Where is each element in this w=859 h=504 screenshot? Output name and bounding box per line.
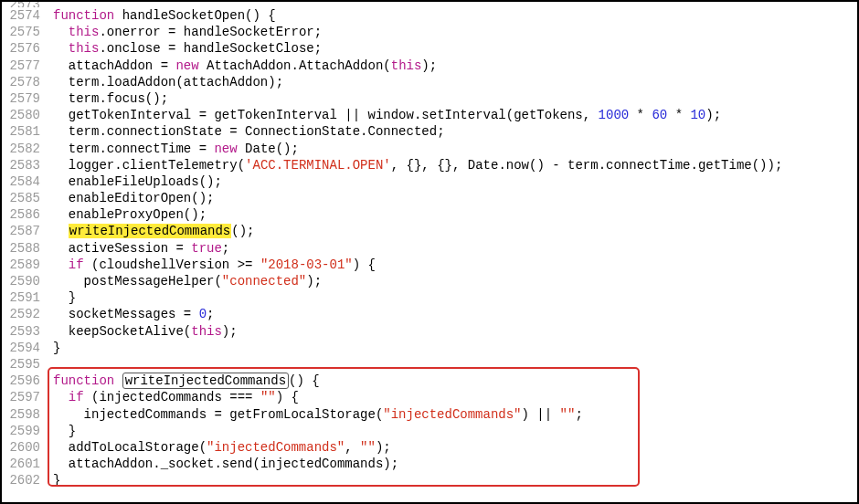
highlighted-call: writeInjectedCommands — [69, 224, 231, 238]
code-line: } — [53, 423, 857, 439]
code-editor: 2573257425752576257725782579258025812582… — [0, 0, 859, 504]
code-line: term.connectTime = new Date(); — [53, 141, 857, 157]
code-line: enableFileUploads(); — [53, 173, 857, 190]
code-line: } — [53, 472, 857, 488]
code-line: addToLocalStorage("injectedCommands", ""… — [53, 439, 857, 456]
line-number: 2600 — [2, 439, 40, 456]
code-line: injectedCommands = getFromLocalStorage("… — [53, 406, 857, 423]
line-number: 2598 — [2, 406, 40, 423]
code-line: logger.clientTelemetry('ACC.TERMINAL.OPE… — [53, 157, 857, 173]
line-number: 2594 — [2, 340, 40, 356]
code-line: function handleSocketOpen() { — [53, 7, 857, 24]
line-number: 2575 — [2, 24, 40, 40]
line-number: 2602 — [2, 472, 40, 488]
code-line: } — [53, 340, 857, 356]
line-number: 2579 — [2, 90, 40, 107]
code-line: enableEditorOpen(); — [53, 190, 857, 206]
line-number: 2584 — [2, 173, 40, 190]
code-line: getTokenInterval = getTokenInterval || w… — [53, 107, 857, 123]
code-line: activeSession = true; — [53, 240, 857, 257]
line-number: 2590 — [2, 273, 40, 289]
code-line: attachAddon = new AttachAddon.AttachAddo… — [53, 58, 857, 74]
code-line: postMessageHelper("connected"); — [53, 273, 857, 289]
code-line: writeInjectedCommands(); — [53, 223, 857, 239]
code-line: this.onclose = handleSocketClose; — [53, 40, 857, 57]
line-number: 2592 — [2, 306, 40, 322]
line-number: 2589 — [2, 257, 40, 273]
code-line: enableProxyOpen(); — [53, 206, 857, 223]
code-body[interactable]: function handleSocketOpen() { this.onerr… — [46, 2, 857, 502]
code-line: attachAddon._socket.send(injectedCommand… — [53, 456, 857, 472]
line-number: 2585 — [2, 190, 40, 206]
line-number: 2580 — [2, 107, 40, 123]
code-line: if (cloudshellVersion >= "2018-03-01") { — [53, 257, 857, 273]
code-line: } — [53, 289, 857, 306]
code-line — [53, 356, 857, 373]
line-number: 2599 — [2, 423, 40, 439]
line-number: 2574 — [2, 7, 40, 24]
line-number: 2582 — [2, 141, 40, 157]
line-number: 2581 — [2, 123, 40, 140]
code-line: term.loadAddon(attachAddon); — [53, 74, 857, 90]
line-number: 2595 — [2, 356, 40, 373]
boxed-function-name: writeInjectedCommands — [122, 373, 289, 389]
code-line: term.connectionState = ConnectionState.C… — [53, 123, 857, 140]
code-line: if (injectedCommands === "") { — [53, 389, 857, 405]
code-line: function writeInjectedCommands() { — [53, 373, 857, 389]
line-number: 2576 — [2, 40, 40, 57]
line-number: 2586 — [2, 206, 40, 223]
line-number: 2587 — [2, 223, 40, 239]
line-number: 2596 — [2, 373, 40, 389]
line-number: 2591 — [2, 289, 40, 306]
code-line: term.focus(); — [53, 90, 857, 107]
code-line: socketMessages = 0; — [53, 306, 857, 322]
line-number: 2597 — [2, 389, 40, 405]
line-number: 2593 — [2, 323, 40, 340]
line-number: 2583 — [2, 157, 40, 173]
line-number: 2588 — [2, 240, 40, 257]
code-line: this.onerror = handleSocketError; — [53, 24, 857, 40]
code-container: 2573257425752576257725782579258025812582… — [2, 2, 857, 502]
line-number: 2578 — [2, 74, 40, 90]
code-line: keepSocketAlive(this); — [53, 323, 857, 340]
line-number: 2601 — [2, 456, 40, 472]
line-number: 2577 — [2, 58, 40, 74]
line-number-gutter: 2573257425752576257725782579258025812582… — [2, 2, 46, 502]
